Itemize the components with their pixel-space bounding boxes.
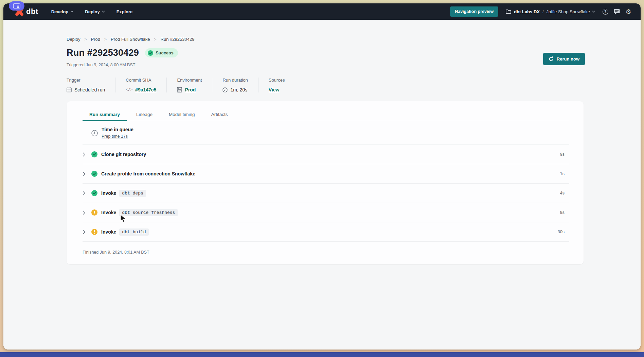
environment-link[interactable]: Prod (185, 87, 196, 92)
meta-duration: Run duration 1m, 20s (222, 78, 258, 92)
step-row-dbt-source-freshness[interactable]: Invoke dbt source freshness 9s (83, 203, 569, 222)
gear-icon[interactable]: ⚙ (625, 8, 632, 15)
step-duration: 30s (558, 230, 569, 234)
sources-view-link[interactable]: View (269, 87, 280, 92)
database-icon (177, 87, 182, 92)
run-summary-card: Run summary Lineage Model timing Artifac… (67, 101, 584, 264)
breadcrumb-deploy[interactable]: Deploy (67, 37, 80, 42)
step-command: dbt build (119, 228, 148, 236)
folder-icon (506, 9, 511, 14)
chevron-down-icon (592, 11, 595, 13)
chevron-right-icon[interactable] (83, 172, 91, 176)
breadcrumb-separator: > (154, 37, 157, 42)
step-row-clone-git[interactable]: Clone git repository 9s (83, 145, 569, 164)
help-icon[interactable]: ? (602, 8, 609, 15)
step-row-dbt-build[interactable]: Invoke dbt build 30s (83, 222, 569, 242)
commit-sha-link[interactable]: #9a147c5 (135, 87, 156, 92)
tab-artifacts[interactable]: Artifacts (204, 109, 235, 121)
screen-share-extension-badge[interactable] (9, 1, 24, 11)
nav-icons: ? ⚙ (602, 8, 632, 15)
chevron-right-icon[interactable] (83, 230, 91, 234)
navigation-preview-button[interactable]: Navigation preview (450, 6, 498, 17)
step-row-dbt-deps[interactable]: Invoke dbt deps 4s (83, 184, 569, 203)
finished-timestamp: Finished Jun 9, 2024, 8:01 AM BST (83, 250, 569, 255)
meta-environment: Environment Prod (177, 78, 212, 92)
breadcrumb-run[interactable]: Run #292530429 (161, 37, 195, 42)
run-detail-page: Deploy > Prod > Prod Full Snowflake > Ru… (3, 20, 641, 350)
warning-circle-icon (91, 209, 97, 216)
trigger-value: Scheduled run (74, 87, 105, 92)
chevron-down-icon (102, 11, 105, 13)
tab-run-summary[interactable]: Run summary (83, 109, 127, 121)
warning-circle-icon (91, 229, 97, 235)
step-duration: 4s (560, 191, 569, 196)
tab-model-timing[interactable]: Model timing (162, 109, 202, 121)
project-selector[interactable]: Jaffle Shop Snowflake (547, 9, 595, 14)
run-tabs: Run summary Lineage Model timing Artifac… (83, 101, 569, 121)
top-nav: dbt Develop Deploy Explore Navigation pr… (3, 3, 641, 20)
page-title: Run #292530429 (67, 48, 139, 58)
desktop-background: dbt Develop Deploy Explore Navigation pr… (0, 0, 644, 357)
browser-app-window: dbt Develop Deploy Explore Navigation pr… (3, 3, 641, 350)
refresh-icon (549, 56, 554, 62)
check-circle-icon (91, 171, 97, 177)
breadcrumb-separator: > (84, 37, 87, 42)
account-breadcrumb: dbt Labs DX / Jaffle Shop Snowflake (506, 9, 595, 14)
chevron-right-icon[interactable] (83, 152, 91, 157)
breadcrumb-job[interactable]: Prod Full Snowflake (111, 37, 150, 42)
chevron-down-icon (70, 11, 73, 13)
calendar-icon (67, 87, 72, 92)
feedback-icon[interactable] (613, 8, 620, 15)
meta-trigger: Trigger Scheduled run (67, 78, 115, 92)
check-circle-icon (148, 50, 153, 56)
breadcrumb-prod[interactable]: Prod (91, 37, 100, 42)
clock-icon (222, 87, 228, 92)
duration-value: 1m, 20s (230, 87, 247, 92)
account-separator: / (542, 9, 544, 14)
status-text: Success (156, 50, 174, 55)
step-duration: 1s (560, 171, 569, 176)
prep-time-link[interactable]: Prep time 17s (102, 134, 128, 139)
run-meta-row: Trigger Scheduled run Commit SHA </> # (67, 78, 585, 92)
step-row-create-profile[interactable]: Create profile from connection Snowflake… (83, 164, 569, 184)
dbt-logo-text: dbt (26, 7, 38, 16)
tab-lineage[interactable]: Lineage (129, 109, 159, 121)
project-name: Jaffle Shop Snowflake (547, 9, 590, 14)
step-duration: 9s (560, 210, 569, 215)
clock-icon (91, 130, 98, 136)
nav-item-explore[interactable]: Explore (117, 9, 133, 14)
breadcrumb-separator: > (104, 37, 107, 42)
nav-menu: Develop Deploy Explore (51, 9, 133, 14)
check-circle-icon (91, 190, 97, 196)
screen-share-icon (13, 3, 20, 9)
breadcrumb: Deploy > Prod > Prod Full Snowflake > Ru… (67, 20, 585, 42)
chevron-right-icon[interactable] (83, 191, 91, 196)
meta-commit: Commit SHA </> #9a147c5 (126, 78, 167, 92)
step-command: dbt source freshness (119, 209, 178, 216)
check-circle-icon (91, 151, 97, 157)
time-in-queue-row: Time in queue Prep time 17s (83, 121, 569, 145)
triggered-timestamp: Triggered Jun 9, 2024, 8:00 AM BST (67, 63, 585, 67)
status-badge: Success (145, 48, 178, 57)
rerun-now-button[interactable]: Rerun now (543, 53, 585, 65)
taskbar-strip (0, 352, 644, 357)
queue-title: Time in queue (102, 127, 133, 132)
step-command: dbt deps (119, 190, 146, 197)
step-duration: 9s (560, 152, 569, 157)
account-name[interactable]: dbt Labs DX (514, 9, 540, 14)
meta-sources: Sources View (269, 78, 295, 92)
code-icon: </> (126, 88, 132, 92)
chevron-right-icon[interactable] (83, 210, 91, 215)
nav-item-deploy[interactable]: Deploy (85, 9, 105, 14)
nav-item-develop[interactable]: Develop (51, 9, 74, 14)
